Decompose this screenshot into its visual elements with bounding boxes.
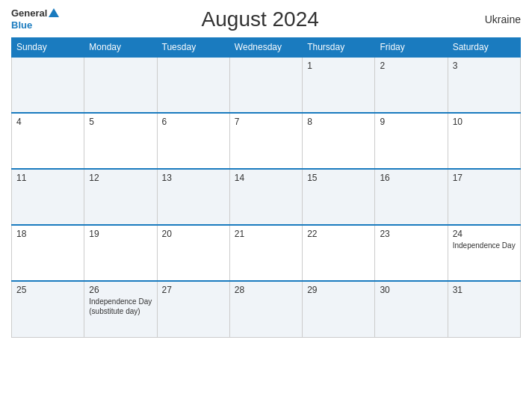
calendar-day-cell: 14: [229, 169, 302, 225]
calendar-day-cell: 24Independence Day: [448, 225, 520, 281]
calendar-day-cell: [12, 57, 84, 113]
day-number: 21: [235, 229, 297, 239]
calendar-day-cell: 12: [84, 169, 157, 225]
header-friday: Friday: [375, 38, 448, 58]
day-number: 17: [453, 173, 516, 183]
calendar-day-cell: 17: [448, 169, 520, 225]
logo-triangle-icon: [49, 8, 59, 17]
day-event: Independence Day (substitute day): [89, 297, 152, 316]
day-number: 4: [16, 117, 79, 127]
calendar-day-cell: 6: [157, 113, 229, 169]
day-number: 8: [307, 117, 370, 127]
calendar-day-cell: 21: [229, 225, 302, 281]
calendar-day-cell: 27: [157, 281, 229, 337]
calendar-week-row: 2526Independence Day (substitute day)272…: [12, 281, 521, 337]
calendar-week-row: 11121314151617: [12, 169, 521, 225]
day-number: 27: [162, 285, 225, 295]
weekday-header-row: Sunday Monday Tuesday Wednesday Thursday…: [12, 38, 521, 58]
day-number: 26: [89, 285, 152, 295]
day-number: 20: [162, 229, 225, 239]
day-number: 6: [162, 117, 225, 127]
header: General Blue August 2024 Ukraine: [11, 7, 521, 31]
calendar-day-cell: 7: [229, 113, 302, 169]
logo: General Blue: [11, 8, 59, 30]
day-number: 10: [453, 117, 516, 127]
day-number: 23: [380, 229, 442, 239]
day-number: 5: [89, 117, 152, 127]
day-number: 13: [162, 173, 225, 183]
calendar-title: August 2024: [59, 7, 461, 31]
calendar-day-cell: 15: [303, 169, 375, 225]
day-number: 30: [380, 285, 442, 295]
day-number: 2: [380, 61, 442, 71]
calendar-day-cell: [229, 57, 302, 113]
calendar-day-cell: [157, 57, 229, 113]
calendar-day-cell: 26Independence Day (substitute day): [84, 281, 157, 337]
day-number: 18: [16, 229, 79, 239]
calendar-page: General Blue August 2024 Ukraine Sunday …: [0, 0, 532, 411]
calendar-day-cell: 31: [448, 281, 520, 337]
calendar-day-cell: 18: [12, 225, 84, 281]
calendar-day-cell: [84, 57, 157, 113]
calendar-week-row: 18192021222324Independence Day: [12, 225, 521, 281]
day-number: 24: [453, 229, 516, 239]
logo-general: General: [11, 8, 47, 19]
day-number: 1: [307, 61, 370, 71]
calendar-day-cell: 2: [375, 57, 448, 113]
day-number: 25: [16, 285, 79, 295]
calendar-day-cell: 10: [448, 113, 520, 169]
calendar-day-cell: 9: [375, 113, 448, 169]
day-number: 9: [380, 117, 442, 127]
day-number: 3: [453, 61, 516, 71]
day-number: 14: [235, 173, 297, 183]
calendar-day-cell: 16: [375, 169, 448, 225]
day-number: 15: [307, 173, 370, 183]
calendar-day-cell: 13: [157, 169, 229, 225]
calendar-day-cell: 4: [12, 113, 84, 169]
day-number: 16: [380, 173, 442, 183]
calendar-day-cell: 29: [303, 281, 375, 337]
day-number: 11: [16, 173, 79, 183]
day-number: 7: [235, 117, 297, 127]
calendar-day-cell: 20: [157, 225, 229, 281]
calendar-day-cell: 19: [84, 225, 157, 281]
day-event: Independence Day: [453, 241, 516, 250]
calendar-day-cell: 11: [12, 169, 84, 225]
country-label: Ukraine: [461, 13, 521, 25]
calendar-day-cell: 23: [375, 225, 448, 281]
calendar-day-cell: 30: [375, 281, 448, 337]
day-number: 22: [307, 229, 370, 239]
calendar-week-row: 45678910: [12, 113, 521, 169]
calendar-day-cell: 28: [229, 281, 302, 337]
day-number: 28: [235, 285, 297, 295]
header-saturday: Saturday: [448, 38, 520, 58]
calendar-day-cell: 22: [303, 225, 375, 281]
header-sunday: Sunday: [12, 38, 84, 58]
calendar-day-cell: 25: [12, 281, 84, 337]
calendar-day-cell: 5: [84, 113, 157, 169]
calendar-table: Sunday Monday Tuesday Wednesday Thursday…: [11, 37, 521, 338]
day-number: 12: [89, 173, 152, 183]
logo-blue: Blue: [11, 19, 32, 31]
day-number: 31: [453, 285, 516, 295]
day-number: 29: [307, 285, 370, 295]
day-number: 19: [89, 229, 152, 239]
header-tuesday: Tuesday: [157, 38, 229, 58]
calendar-day-cell: 1: [303, 57, 375, 113]
header-monday: Monday: [84, 38, 157, 58]
calendar-day-cell: 8: [303, 113, 375, 169]
header-thursday: Thursday: [303, 38, 375, 58]
header-wednesday: Wednesday: [229, 38, 302, 58]
calendar-week-row: 123: [12, 57, 521, 113]
calendar-day-cell: 3: [448, 57, 520, 113]
